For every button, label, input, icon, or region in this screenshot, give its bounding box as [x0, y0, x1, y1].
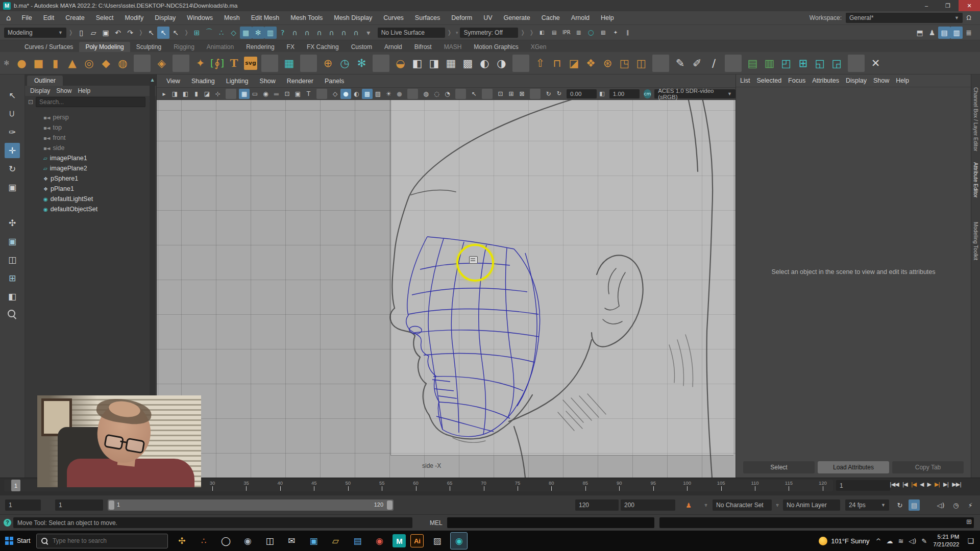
close-button[interactable]: ✕ — [959, 0, 980, 11]
go-to-end-button[interactable]: ▶▶| — [950, 480, 963, 489]
crease-tool-icon[interactable]: ✎ — [672, 55, 689, 72]
select-component-icon[interactable]: ↖ — [169, 27, 182, 39]
menu-item[interactable]: Mesh — [218, 14, 246, 21]
sidebar-vertical-tab[interactable]: Attribute Editor — [973, 162, 979, 197]
step-forward-frame-button[interactable]: ▶| — [942, 480, 950, 489]
menu-item[interactable]: Help — [595, 14, 620, 21]
paint-select-tool-icon[interactable]: ✑ — [5, 124, 20, 140]
bridge-icon[interactable]: ⊓ — [549, 55, 566, 72]
redo-icon[interactable]: ↷ — [124, 27, 136, 39]
use-all-lights-icon[interactable]: ▨ — [373, 89, 383, 99]
poly-sphere-icon[interactable]: ● — [13, 55, 30, 72]
multi-cut-icon[interactable]: ❖ — [582, 55, 599, 72]
uv-planar-icon[interactable]: ▤ — [744, 55, 761, 72]
menu-item[interactable]: Arnold — [566, 14, 595, 21]
taskbar-search-input[interactable] — [52, 537, 164, 545]
default-lighting-icon[interactable]: ☀ — [383, 89, 394, 99]
smooth-icon[interactable]: ◒ — [392, 55, 409, 72]
symmetry-field[interactable]: Symmetry: Off — [460, 28, 518, 38]
viewport-canvas[interactable]: side -X — [157, 100, 736, 478]
quick-help-icon[interactable]: ? — [277, 27, 289, 39]
poly-disc-icon[interactable]: ◍ — [114, 55, 131, 72]
open-scene-icon[interactable]: ▱ — [87, 27, 100, 39]
menu-item[interactable]: Mesh Tools — [285, 14, 328, 21]
attribute-editor-menu-item[interactable]: Attributes — [812, 77, 846, 84]
shelf-tab[interactable]: Arnold — [378, 42, 408, 52]
poly-helix-icon[interactable]: ∮ — [209, 55, 226, 72]
animation-end-field[interactable]: 200 — [621, 499, 675, 511]
safe-title-icon[interactable]: T — [303, 89, 314, 99]
store-icon[interactable]: ▤ — [349, 532, 366, 549]
go-to-start-button[interactable]: |◀◀ — [888, 480, 900, 489]
pinned-app-pinwheel-icon[interactable]: ✣ — [173, 532, 190, 549]
snap-magnet-3-icon[interactable]: ∩ — [313, 27, 326, 39]
poly-torus-icon[interactable]: ◎ — [81, 55, 97, 72]
single-pane-layout-icon[interactable]: ▣ — [5, 234, 20, 249]
vp-sep[interactable] — [316, 89, 327, 99]
knife-tool-icon[interactable]: ✐ — [689, 55, 705, 72]
pen-icon[interactable]: ✎ — [921, 537, 927, 545]
outliner-item[interactable]: ◉ defaultLightSet — [25, 194, 156, 204]
shelf-options-gear-icon[interactable]: ✻ — [0, 59, 13, 67]
play-forwards-button[interactable]: ▶ — [925, 480, 932, 489]
attribute-editor-menu-item[interactable]: Focus — [788, 77, 812, 84]
outliner-item[interactable]: ▪◄ persp — [25, 112, 156, 122]
attribute-editor-menu-item[interactable]: List — [740, 77, 756, 84]
time-editor-icon[interactable]: ▤ — [909, 499, 920, 511]
move-tool-icon[interactable]: ✛ — [5, 143, 20, 158]
range-end-handle[interactable] — [387, 500, 393, 510]
playback-loop-icon[interactable]: ↻ — [894, 499, 905, 511]
vp-sep[interactable] — [530, 89, 541, 99]
anim-layer-field[interactable]: No Anim Layer — [783, 499, 840, 511]
character-set-icon[interactable]: ♟ — [683, 499, 694, 511]
viewport-menu-item[interactable]: Lighting — [220, 78, 254, 85]
shelf-tab[interactable]: Poly Modeling — [79, 42, 130, 52]
select-button[interactable]: Select — [743, 461, 815, 473]
outliner-search-input[interactable] — [36, 97, 145, 107]
outliner-item[interactable]: ❖ pPlane1 — [25, 184, 156, 194]
menu-item[interactable]: File — [16, 14, 38, 21]
sidebar-vertical-tab[interactable]: Channel Box / Layer Editor — [973, 87, 979, 152]
exposure-icon[interactable]: ↻ — [554, 89, 565, 99]
chrome-icon[interactable]: ◉ — [371, 532, 388, 549]
play-backwards-button[interactable]: ◀ — [918, 480, 925, 489]
boolean-union-icon[interactable]: ◐ — [476, 55, 493, 72]
shelf-tab[interactable]: Rigging — [167, 42, 201, 52]
origin-locator-icon[interactable]: ✻ — [353, 55, 370, 72]
notification-center-icon[interactable]: ❏ — [965, 537, 974, 545]
pinned-app-paw-icon[interactable]: ∴ — [195, 532, 212, 549]
quick-help-icon[interactable]: ? — [4, 519, 11, 527]
outliner-scrollbar[interactable]: ▲ — [150, 78, 155, 435]
camera-lock-icon[interactable]: ◨ — [169, 89, 180, 99]
render-settings-icon[interactable]: ▥ — [573, 27, 585, 39]
poly-text-icon[interactable]: T — [226, 55, 242, 72]
maya-taskbar-icon[interactable]: M — [393, 534, 406, 547]
sidebar-vertical-tab[interactable]: Modeling Toolkit — [973, 222, 979, 260]
volume-icon[interactable]: ◁) — [909, 537, 916, 545]
extrude-icon[interactable]: ⇧ — [532, 55, 549, 72]
screen-recorder-icon[interactable]: ◉ — [450, 532, 468, 549]
viewport-menu-item[interactable]: Panels — [319, 78, 350, 85]
snap-projected-center-icon[interactable]: ◇ — [228, 27, 240, 39]
shelf-tab[interactable]: FX — [281, 42, 301, 52]
platonic-solid-icon[interactable]: ◈ — [153, 55, 170, 72]
construction-plane-icon[interactable]: ⊕ — [320, 55, 336, 72]
home-icon[interactable]: ⌂ — [6, 13, 11, 22]
gate-mask-icon[interactable]: ▬ — [271, 89, 282, 99]
poly-plane-icon[interactable]: ◆ — [97, 55, 114, 72]
shelf-tab[interactable]: Bifrost — [408, 42, 438, 52]
character-set-caret-icon[interactable]: ▿ — [700, 499, 712, 511]
poly-cylinder-icon[interactable]: ▮ — [47, 55, 64, 72]
four-pane-layout-icon[interactable]: ⊞ — [5, 270, 20, 286]
file-explorer-icon[interactable]: ▱ — [327, 532, 344, 549]
isolate-add-icon[interactable]: ⊞ — [506, 89, 517, 99]
combine-icon[interactable]: ◧ — [409, 55, 426, 72]
shaded-icon[interactable]: ● — [340, 89, 351, 99]
hidden-icons-chevron-icon[interactable]: ^ — [875, 537, 881, 545]
modeling-toolkit-toggle-icon[interactable]: ⬒ — [914, 27, 926, 39]
reduce-icon[interactable]: ▩ — [459, 55, 476, 72]
new-scene-icon[interactable]: ▯ — [75, 27, 87, 39]
mel-output-field[interactable] — [659, 517, 974, 528]
illustrator-icon[interactable]: Ai — [410, 534, 424, 547]
camera-select-icon[interactable]: ▸ — [159, 89, 169, 99]
